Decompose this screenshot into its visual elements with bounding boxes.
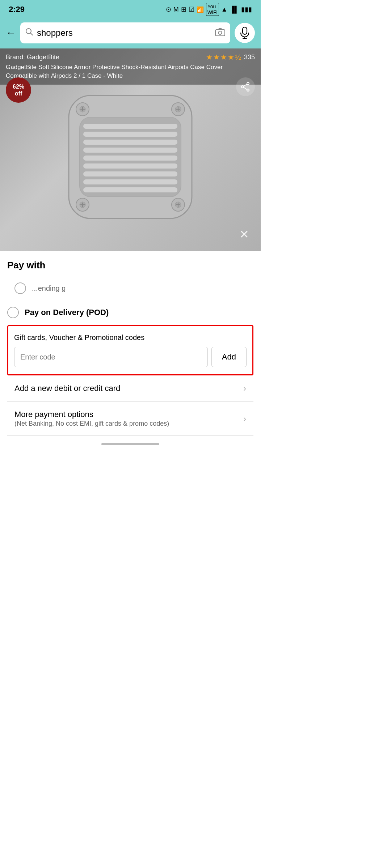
search-icon	[25, 28, 33, 38]
svg-point-7	[247, 82, 249, 85]
svg-rect-16	[83, 140, 177, 145]
gift-card-section: Gift cards, Voucher & Promotional codes …	[7, 325, 253, 375]
more-payment-chevron-icon: ›	[243, 414, 246, 424]
you-wifi-icon: YouWiFi	[206, 3, 219, 16]
partial-payment-label: ...ending g	[32, 284, 66, 293]
more-payment-row[interactable]: More payment options (Net Banking, No co…	[7, 402, 253, 436]
discount-badge: 62% off	[6, 77, 31, 103]
product-title: GadgetBite Soft Silicone Armor Protectiv…	[6, 63, 255, 80]
review-count: 335	[244, 54, 255, 61]
svg-rect-15	[83, 132, 177, 137]
status-bar: 2:29 ⊙ M ⊞ ☑ 📶 YouWiFi ▲ ▐▌ ▮▮▮	[0, 0, 261, 19]
svg-rect-4	[243, 27, 247, 34]
svg-line-11	[244, 88, 247, 90]
signal-status-icon: ▐▌	[230, 6, 239, 13]
status-icons: ⊙ M ⊞ ☑ 📶 YouWiFi ▲ ▐▌ ▮▮▮	[166, 3, 252, 16]
pod-radio[interactable]	[7, 307, 19, 318]
add-card-chevron-icon: ›	[243, 383, 246, 393]
close-button[interactable]: ✕	[235, 225, 253, 244]
svg-point-9	[241, 86, 244, 88]
svg-rect-19	[83, 163, 177, 169]
svg-rect-21	[83, 179, 177, 184]
svg-rect-17	[83, 148, 177, 153]
brand-text: Brand: GadgetBite	[6, 54, 59, 61]
add-card-label: Add a new debit or credit card	[14, 384, 120, 393]
partial-payment-row[interactable]: ...ending g	[7, 277, 253, 300]
gift-card-input-row: Add	[14, 347, 247, 367]
stars-icon: ★★★★½	[206, 53, 242, 61]
gift-card-title: Gift cards, Voucher & Promotional codes	[14, 333, 247, 342]
status-time: 2:29	[9, 5, 25, 14]
product-image-svg	[54, 81, 206, 233]
pay-with-title: Pay with	[7, 260, 253, 271]
discount-off-label: off	[15, 90, 22, 97]
gmail-status-icon: M	[173, 6, 179, 13]
search-bar-container: ← shoppers	[0, 19, 261, 48]
mic-button[interactable]	[235, 23, 255, 43]
search-bar[interactable]: shoppers	[20, 22, 230, 43]
battery-status-icon: ▮▮▮	[241, 5, 252, 13]
bottom-indicator	[0, 436, 261, 452]
more-payment-label: More payment options	[14, 410, 169, 419]
share-button[interactable]	[236, 77, 255, 96]
pod-payment-row[interactable]: Pay on Delivery (POD)	[7, 300, 253, 325]
add-code-button[interactable]: Add	[211, 347, 247, 367]
svg-rect-14	[83, 124, 177, 129]
back-button[interactable]: ←	[6, 27, 16, 39]
search-query-text[interactable]: shoppers	[37, 28, 211, 38]
product-image-area: Brand: GadgetBite ★★★★½ 335 GadgetBite S…	[0, 48, 261, 251]
home-indicator-bar	[101, 443, 159, 445]
bluetooth-status-icon: 📶	[197, 6, 204, 13]
partial-radio[interactable]	[14, 282, 26, 294]
rating-row: ★★★★½ 335	[206, 53, 255, 61]
svg-point-3	[219, 31, 222, 34]
more-payment-text-wrap: More payment options (Net Banking, No co…	[14, 410, 169, 427]
product-info-overlay: Brand: GadgetBite ★★★★½ 335 GadgetBite S…	[0, 48, 261, 85]
svg-rect-22	[83, 187, 177, 192]
pod-label: Pay on Delivery (POD)	[25, 308, 109, 317]
photos-status-icon: ⊞	[181, 5, 186, 13]
wifi-status-icon: ▲	[221, 6, 228, 13]
camera-search-icon[interactable]	[215, 28, 225, 38]
discount-percent: 62%	[13, 83, 24, 90]
add-card-row[interactable]: Add a new debit or credit card ›	[7, 375, 253, 402]
clipboard-status-icon: ☑	[189, 5, 194, 13]
camera-status-icon: ⊙	[166, 5, 171, 13]
brand-row: Brand: GadgetBite ★★★★½ 335	[6, 53, 255, 61]
svg-point-8	[247, 89, 249, 91]
payment-section: Pay with ...ending g Pay on Delivery (PO…	[0, 251, 261, 436]
gift-card-input[interactable]	[14, 347, 208, 367]
svg-rect-2	[215, 30, 225, 36]
svg-line-10	[244, 84, 247, 86]
svg-line-1	[31, 33, 33, 35]
svg-rect-18	[83, 156, 177, 161]
svg-rect-20	[83, 171, 177, 176]
more-payment-sub: (Net Banking, No cost EMI, gift cards & …	[14, 420, 169, 427]
